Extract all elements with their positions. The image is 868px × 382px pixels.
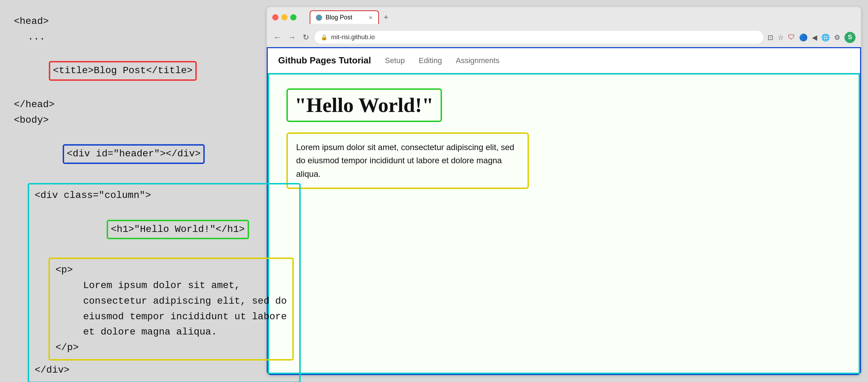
extension-icon4[interactable]: 🌐 — [821, 33, 830, 42]
head-close-line: </head> — [14, 97, 249, 113]
site-navbar: Github Pages Tutorial Setup Editing Assi… — [268, 48, 860, 73]
code-panel: <head> ... <title>Blog Post</title> </he… — [0, 0, 263, 382]
traffic-light-yellow[interactable] — [281, 14, 287, 20]
extension-icon5[interactable]: ⚙ — [834, 33, 840, 42]
browser-panel: 🌐 Blog Post ✕ + ← → ↻ 🔒 mit-risi.github.… — [263, 0, 868, 382]
address-bar[interactable]: 🔒 mit-risi.github.io — [315, 31, 763, 44]
lorem3-line: eiusmod tempor incididunt ut labore — [83, 309, 287, 325]
extension-icon1[interactable]: 🛡 — [788, 33, 795, 41]
body-open-line: <body> — [14, 113, 249, 128]
forward-button[interactable]: → — [287, 32, 297, 43]
extension-icon3[interactable]: ◀ — [812, 33, 817, 42]
extension-icon2[interactable]: 🔵 — [799, 33, 808, 42]
new-tab-button[interactable]: + — [380, 11, 392, 24]
browser-chrome: 🌐 Blog Post ✕ + — [267, 7, 861, 27]
div-close-line: </div> — [35, 363, 294, 378]
yellow-code-block: <p> Lorem ipsum dolor sit amet, consecte… — [48, 258, 294, 361]
bookmark-icon[interactable]: ☆ — [778, 33, 784, 42]
nav-link-editing[interactable]: Editing — [419, 56, 442, 65]
nav-link-assignments[interactable]: Assignments — [456, 56, 499, 65]
div-column-line: <div class="column"> — [35, 188, 294, 203]
tab-close-button[interactable]: ✕ — [369, 15, 373, 20]
url-text: mit-risi.github.io — [331, 34, 375, 41]
cast-icon[interactable]: ⊡ — [768, 33, 773, 42]
p-open-line: <p> — [55, 262, 287, 278]
tab-label: Blog Post — [326, 14, 352, 21]
browser-window: 🌐 Blog Post ✕ + ← → ↻ 🔒 mit-risi.github.… — [267, 7, 861, 375]
lorem1-line: Lorem ipsum dolor sit amet, — [83, 278, 287, 294]
lock-icon: 🔒 — [321, 34, 328, 41]
div-header-line: <div id="header"></div> — [28, 128, 249, 180]
site-paragraph-text: Lorem ipsum dolor sit amet, consectetur … — [296, 142, 514, 179]
title-tag-box: <title>Blog Post</title> — [49, 61, 197, 81]
traffic-light-red[interactable] — [272, 14, 278, 20]
p-close-line: </p> — [55, 340, 287, 356]
p-yellow-box: <p> Lorem ipsum dolor sit amet, consecte… — [48, 258, 294, 361]
title-line: <title>Blog Post</title> — [14, 45, 249, 97]
ellipsis-line: ... — [28, 29, 249, 45]
div-header-box: <div id="header"></div> — [63, 144, 205, 164]
website-content: Github Pages Tutorial Setup Editing Assi… — [267, 47, 861, 375]
traffic-lights: 🌐 Blog Post ✕ + — [272, 10, 856, 24]
h1-tag-box: <h1>"Hello World!"</h1> — [107, 220, 249, 240]
cyan-code-block: <div class="column"> <h1>"Hello World!"<… — [28, 183, 301, 382]
site-h1-green-box: "Hello World!" — [286, 88, 442, 122]
user-avatar[interactable]: S — [844, 32, 856, 43]
h1-line: <h1>"Hello World!"</h1> — [48, 203, 294, 255]
lorem2-line: consectetur adipiscing elit, sed do — [83, 294, 287, 309]
site-paragraph-yellow-box: Lorem ipsum dolor sit amet, consectetur … — [286, 132, 529, 189]
tab-favicon: 🌐 — [316, 15, 322, 21]
site-title: Github Pages Tutorial — [278, 55, 371, 66]
refresh-button[interactable]: ↻ — [301, 32, 310, 43]
tab-bar: 🌐 Blog Post ✕ + — [310, 10, 392, 24]
site-body-cyan-box: "Hello World!" Lorem ipsum dolor sit ame… — [268, 73, 860, 374]
address-bar-row: ← → ↻ 🔒 mit-risi.github.io ⊡ ☆ 🛡 🔵 ◀ 🌐 ⚙… — [267, 27, 861, 47]
site-heading: "Hello World!" — [295, 93, 434, 117]
browser-tab-active[interactable]: 🌐 Blog Post ✕ — [310, 10, 379, 24]
browser-actions: ⊡ ☆ 🛡 🔵 ◀ 🌐 ⚙ S — [768, 32, 856, 43]
head-open-line: <head> — [14, 14, 249, 29]
nav-link-setup[interactable]: Setup — [385, 56, 405, 65]
back-button[interactable]: ← — [272, 32, 283, 43]
site-main: "Hello World!" Lorem ipsum dolor sit ame… — [269, 75, 859, 373]
traffic-light-green[interactable] — [290, 14, 296, 20]
lorem4-line: et dolore magna aliqua. — [83, 324, 287, 340]
